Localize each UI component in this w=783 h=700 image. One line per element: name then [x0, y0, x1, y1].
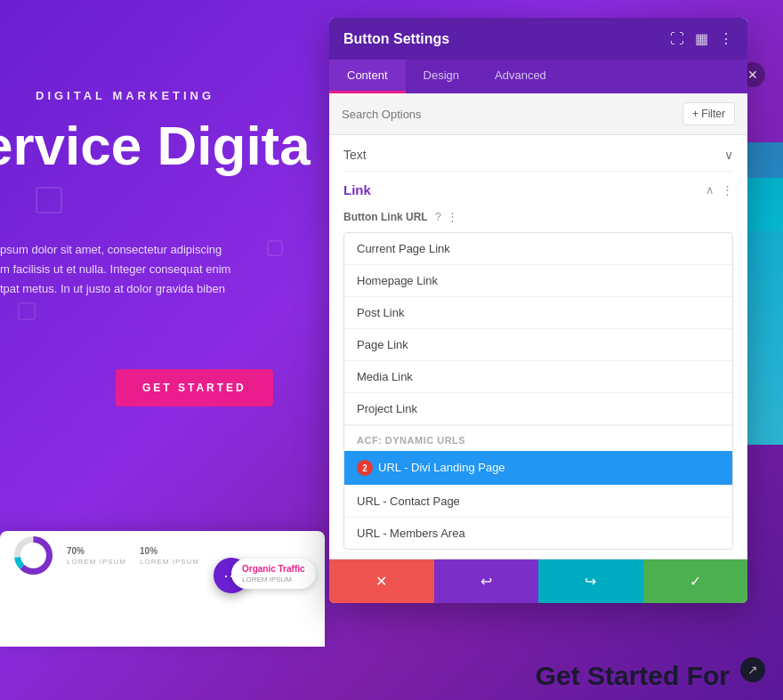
panel-more-icon[interactable]: ⋮ — [719, 30, 733, 47]
panel-title: Button Settings — [343, 31, 449, 47]
btn-url-icons: ? ⋮ — [435, 210, 458, 223]
link-section-icons: ∧ ⋮ — [706, 183, 733, 197]
dropdown-item-contact-page[interactable]: URL - Contact Page — [344, 486, 732, 518]
text-section-chevron[interactable]: ∨ — [724, 148, 733, 162]
button-link-url-row: Button Link URL ? ⋮ — [329, 205, 747, 232]
panel-columns-icon[interactable]: ▦ — [695, 30, 708, 47]
save-button[interactable]: ✓ — [643, 559, 748, 603]
panel-fullscreen-icon[interactable]: ⛶ — [670, 31, 684, 47]
button-link-url-label: Button Link URL — [343, 211, 428, 223]
redo-button[interactable]: ↪ — [538, 559, 643, 603]
bg-heading: ervice Digita — [0, 116, 311, 176]
dropdown-item-post-link[interactable]: Post Link — [344, 297, 732, 329]
dropdown-item-project-link[interactable]: Project Link — [344, 393, 732, 425]
tab-content[interactable]: Content — [329, 60, 406, 93]
dropdown-item-divi-landing[interactable]: 2URL - Divi Landing Page — [344, 451, 732, 486]
bg-stats: 70% LOREM IPSUM 10% LOREM IPSUM — [0, 527, 213, 584]
panel-tabs: Content Design Advanced — [329, 60, 747, 93]
dropdown-item-media-link[interactable]: Media Link — [344, 361, 732, 393]
button-settings-panel: Button Settings ⛶ ▦ ⋮ Content Design Adv… — [329, 18, 747, 603]
stat-2: 10% LOREM IPSUM — [140, 546, 199, 566]
link-section-more-icon[interactable]: ⋮ — [722, 183, 733, 197]
dropdown-group-label: ACF: Dynamic URLs — [344, 425, 732, 451]
bg-subtitle: DIGITAL MARKETING — [36, 89, 214, 102]
dropdown-item-members-area[interactable]: URL - Members Area — [344, 518, 732, 549]
dropdown-item-homepage[interactable]: Homepage Link — [344, 265, 732, 297]
link-section-collapse-icon[interactable]: ∧ — [706, 183, 714, 197]
link-url-dropdown: Current Page LinkHomepage LinkPost LinkP… — [343, 232, 733, 550]
deco-square-1 — [36, 187, 62, 213]
stat-1: 70% LOREM IPSUM — [67, 546, 126, 566]
panel-header-icons: ⛶ ▦ ⋮ — [670, 30, 733, 47]
panel-toolbar: ✕ ↩ ↪ ✓ — [329, 559, 747, 603]
undo-button[interactable]: ↩ — [434, 559, 539, 603]
text-section-header: Text ∨ — [329, 135, 747, 171]
panel-body: Text ∨ Link ∧ ⋮ Button Link URL ? ⋮ Curr… — [329, 135, 747, 559]
pie-chart — [13, 535, 53, 575]
bg-heading-line1: ervice Digita — [0, 116, 311, 176]
url-help-icon[interactable]: ? — [435, 210, 441, 223]
link-section-title: Link — [343, 182, 371, 197]
panel-header: Button Settings ⛶ ▦ ⋮ — [329, 18, 747, 60]
deco-square-3 — [18, 302, 36, 320]
cancel-button[interactable]: ✕ — [329, 559, 434, 603]
bg-get-started-text: Get Started For — [536, 661, 730, 691]
link-section-header: Link ∧ ⋮ — [329, 172, 747, 205]
tab-design[interactable]: Design — [406, 60, 477, 93]
url-more-icon[interactable]: ⋮ — [447, 210, 458, 223]
bg-cta-button[interactable]: GET STARTED — [116, 369, 273, 406]
bg-nav-arrow[interactable]: ↗ — [740, 657, 765, 682]
search-input[interactable] — [342, 108, 675, 121]
organic-traffic-badge: Organic Traffic LOREM IPSUM — [231, 559, 316, 589]
panel-search-row: + Filter — [329, 93, 747, 135]
dropdown-item-page-link[interactable]: Page Link — [344, 329, 732, 361]
text-section-title: Text — [343, 148, 367, 162]
bg-bottom-card: 70% LOREM IPSUM 10% LOREM IPSUM — [0, 531, 325, 647]
bg-body-text: psum dolor sit amet, consectetur adipisc… — [0, 240, 230, 299]
dropdown-item-current-page[interactable]: Current Page Link — [344, 233, 732, 265]
tab-advanced[interactable]: Advanced — [477, 60, 564, 93]
filter-button[interactable]: + Filter — [682, 102, 735, 125]
selected-badge: 2 — [357, 460, 373, 476]
deco-square-2 — [267, 240, 283, 256]
link-section-left: Link — [343, 182, 371, 197]
